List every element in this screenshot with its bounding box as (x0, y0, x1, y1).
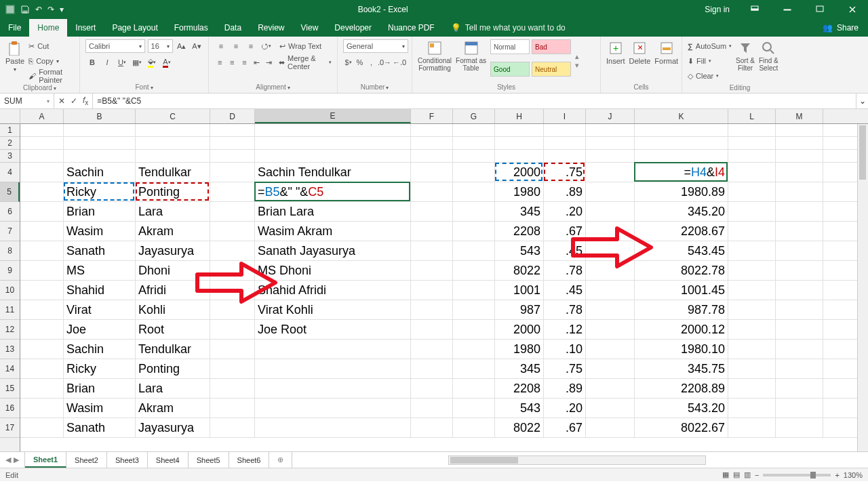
cell-E13[interactable] (255, 340, 411, 359)
cell-F2[interactable] (411, 137, 453, 150)
cell-H5[interactable]: 1980 (495, 182, 544, 202)
cell-F10[interactable] (411, 281, 453, 300)
cell-G13[interactable] (453, 340, 495, 359)
cell-K6[interactable]: 345.20 (635, 202, 728, 222)
cell-E5[interactable]: =B5&" "&C5 (255, 182, 411, 202)
cell-M10[interactable] (776, 281, 823, 300)
cell-G16[interactable] (453, 399, 495, 418)
cell-K9[interactable]: 8022.78 (635, 261, 728, 281)
col-header-A[interactable]: A (20, 109, 64, 123)
underline-button[interactable]: U▾ (115, 56, 129, 69)
tab-formulas[interactable]: Formulas (166, 19, 216, 37)
cell-E15[interactable] (255, 379, 411, 399)
cell-F16[interactable] (411, 399, 453, 418)
cell-F11[interactable] (411, 300, 453, 320)
cell-I6[interactable]: .20 (544, 202, 586, 222)
fill-color-button[interactable]: ⬙▾ (145, 56, 159, 69)
font-color-button[interactable]: A▾ (160, 56, 174, 69)
cell-J3[interactable] (586, 150, 635, 163)
cell-K7[interactable]: 2208.67 (635, 222, 728, 241)
vertical-scrollbar[interactable] (857, 124, 868, 451)
col-header-H[interactable]: H (495, 109, 544, 123)
cell-A6[interactable] (20, 202, 64, 222)
increase-decimal-icon[interactable]: .0→ (378, 56, 391, 69)
next-sheet-icon[interactable]: ▶ (14, 455, 19, 464)
percent-format-icon[interactable]: % (355, 56, 365, 69)
normal-view-icon[interactable]: ▦ (722, 470, 729, 479)
row-header-17[interactable]: 17 (0, 418, 20, 438)
cell-J6[interactable] (586, 202, 635, 222)
cell-G10[interactable] (453, 281, 495, 300)
cell-C8[interactable]: Jayasurya (136, 241, 210, 261)
cell-K2[interactable] (635, 137, 728, 150)
cell-A13[interactable] (20, 340, 64, 359)
row-header-2[interactable]: 2 (0, 137, 20, 150)
cell-H13[interactable]: 1980 (495, 340, 544, 359)
bold-button[interactable]: B (85, 56, 99, 69)
cell-C2[interactable] (136, 137, 210, 150)
cell-G3[interactable] (453, 150, 495, 163)
align-bottom-icon[interactable]: ≡ (244, 39, 258, 53)
cell-L1[interactable] (728, 124, 776, 137)
cell-F12[interactable] (411, 320, 453, 340)
cell-H11[interactable]: 987 (495, 300, 544, 320)
cell-A15[interactable] (20, 379, 64, 399)
row-header-1[interactable]: 1 (0, 124, 20, 137)
cell-H14[interactable]: 345 (495, 359, 544, 379)
cell-D14[interactable] (210, 359, 255, 379)
cell-A17[interactable] (20, 418, 64, 438)
cell-L13[interactable] (728, 340, 776, 359)
sheet-tab-sheet4[interactable]: Sheet4 (148, 452, 189, 468)
cell-D16[interactable] (210, 399, 255, 418)
cell-M9[interactable] (776, 261, 823, 281)
cell-B5[interactable]: Ricky (64, 182, 136, 202)
cell-F6[interactable] (411, 202, 453, 222)
cell-B16[interactable]: Wasim (64, 399, 136, 418)
cell-D6[interactable] (210, 202, 255, 222)
cell-G14[interactable] (453, 359, 495, 379)
cell-I5[interactable]: .89 (544, 182, 586, 202)
cell-J10[interactable] (586, 281, 635, 300)
cell-H7[interactable]: 2208 (495, 222, 544, 241)
cell-A10[interactable] (20, 281, 64, 300)
cell-L8[interactable] (728, 241, 776, 261)
col-header-F[interactable]: F (411, 109, 453, 123)
align-center-icon[interactable]: ≡ (226, 56, 237, 69)
cell-D2[interactable] (210, 137, 255, 150)
cell-D8[interactable] (210, 241, 255, 261)
row-header-15[interactable]: 15 (0, 379, 20, 399)
insert-cells-button[interactable]: +Insert (606, 39, 625, 82)
page-layout-view-icon[interactable]: ▤ (733, 470, 740, 479)
indent-decrease-icon[interactable]: ⇤ (252, 56, 262, 69)
cell-E3[interactable] (255, 150, 411, 163)
cell-K8[interactable]: 543.45 (635, 241, 728, 261)
cell-D12[interactable] (210, 320, 255, 340)
cell-B12[interactable]: Joe (64, 320, 136, 340)
cell-G7[interactable] (453, 222, 495, 241)
cell-M17[interactable] (776, 418, 823, 438)
cell-A12[interactable] (20, 320, 64, 340)
cell-D5[interactable] (210, 182, 255, 202)
cell-I11[interactable]: .78 (544, 300, 586, 320)
prev-sheet-icon[interactable]: ◀ (5, 455, 11, 464)
conditional-formatting-button[interactable]: Conditional Formatting (418, 39, 452, 82)
cell-E4[interactable]: Sachin Tendulkar (255, 163, 411, 182)
cell-K16[interactable]: 543.20 (635, 399, 728, 418)
cell-J2[interactable] (586, 137, 635, 150)
cell-K4[interactable]: =H4&I4 (635, 163, 728, 182)
cell-J14[interactable] (586, 359, 635, 379)
cell-I9[interactable]: .78 (544, 261, 586, 281)
cell-E6[interactable]: Brian Lara (255, 202, 411, 222)
tab-insert[interactable]: Insert (67, 19, 104, 37)
cell-C11[interactable]: Kohli (136, 300, 210, 320)
cell-L15[interactable] (728, 379, 776, 399)
comma-format-icon[interactable]: , (366, 56, 376, 69)
cell-L16[interactable] (728, 399, 776, 418)
cell-D17[interactable] (210, 418, 255, 438)
cell-A14[interactable] (20, 359, 64, 379)
cell-E10[interactable]: Shahid Afridi (255, 281, 411, 300)
cell-G2[interactable] (453, 137, 495, 150)
cell-B10[interactable]: Shahid (64, 281, 136, 300)
cell-B3[interactable] (64, 150, 136, 163)
cell-L3[interactable] (728, 150, 776, 163)
